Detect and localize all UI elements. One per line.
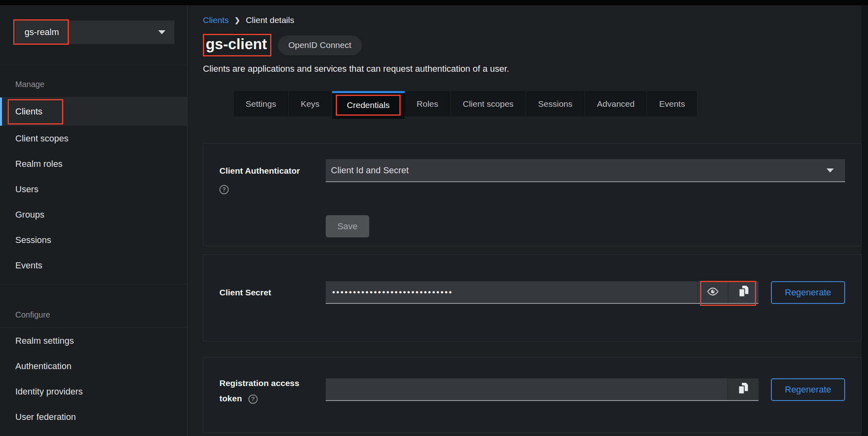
- sidebar-item-client-scopes[interactable]: Client scopes: [0, 126, 187, 151]
- client-secret-input-group: •••••••••••••••••••••••••••••: [326, 281, 758, 304]
- credentials-panel: Client Authenticator ? Client Id and Sec…: [188, 116, 868, 436]
- client-authenticator-value: Client Id and Secret: [331, 165, 409, 176]
- registration-token-label-line1: Registration access: [219, 376, 326, 391]
- protocol-badge: OpenID Connect: [278, 35, 362, 55]
- tab-client-scopes[interactable]: Client scopes: [451, 91, 526, 116]
- client-authenticator-label-col: Client Authenticator ?: [219, 159, 326, 237]
- nav-section-title-configure: Configure: [0, 284, 187, 328]
- copy-secret-button[interactable]: [728, 281, 758, 303]
- realm-selector[interactable]: gs-realm: [15, 21, 174, 44]
- eye-icon: [707, 287, 719, 297]
- regenerate-secret-button[interactable]: Regenerate: [771, 281, 845, 304]
- sidebar-item-label: Client scopes: [15, 133, 68, 144]
- tab-sessions[interactable]: Sessions: [526, 91, 585, 116]
- realm-name: gs-realm: [21, 27, 62, 37]
- regenerate-token-button[interactable]: Regenerate: [771, 378, 845, 401]
- sidebar-item-user-federation[interactable]: User federation: [0, 404, 187, 430]
- page-description: Clients are applications and services th…: [203, 64, 868, 74]
- sidebar-item-label: Clients: [15, 106, 42, 117]
- save-button[interactable]: Save: [326, 215, 369, 237]
- breadcrumb-current: Client details: [246, 15, 294, 25]
- tab-events[interactable]: Events: [647, 91, 697, 116]
- sidebar-item-identity-providers[interactable]: Identity providers: [0, 379, 187, 404]
- client-authenticator-label: Client Authenticator: [219, 163, 326, 179]
- help-icon[interactable]: ?: [248, 394, 258, 404]
- registration-token-input-group: [326, 378, 758, 401]
- client-secret-input[interactable]: •••••••••••••••••••••••••••••: [326, 281, 697, 303]
- nav-section-title-manage: Manage: [0, 65, 187, 98]
- sidebar-item-users[interactable]: Users: [0, 176, 187, 202]
- sidebar-item-label: Groups: [15, 210, 44, 220]
- tab-credentials[interactable]: Credentials: [332, 91, 405, 119]
- help-icon[interactable]: ?: [219, 185, 229, 194]
- copy-icon: [738, 382, 748, 396]
- sidebar-item-authentication[interactable]: Authentication: [0, 353, 187, 379]
- client-authenticator-select[interactable]: Client Id and Secret: [326, 159, 845, 182]
- sidebar: gs-realm Manage Clients Client scopes Re…: [0, 5, 188, 436]
- client-secret-label-col: Client Secret: [219, 281, 326, 304]
- sidebar-item-realm-settings[interactable]: Realm settings: [0, 328, 187, 353]
- main-area: Clients ❯ Client details gs-client OpenI…: [188, 5, 868, 436]
- tab-roles[interactable]: Roles: [405, 91, 451, 116]
- client-authenticator-card: Client Authenticator ? Client Id and Sec…: [203, 143, 862, 246]
- sidebar-item-clients[interactable]: Clients: [0, 98, 187, 126]
- sidebar-item-events[interactable]: Events: [0, 253, 187, 278]
- chevron-down-icon: [158, 30, 165, 34]
- scrollbar[interactable]: [862, 5, 868, 436]
- sidebar-item-label: Events: [15, 260, 42, 271]
- chevron-down-icon: [827, 168, 834, 172]
- sidebar-item-label: Realm settings: [15, 336, 74, 346]
- client-secret-actions: [697, 281, 758, 303]
- page-header: Clients ❯ Client details gs-client OpenI…: [188, 5, 868, 116]
- tab-keys[interactable]: Keys: [289, 91, 332, 116]
- copy-icon: [738, 285, 749, 299]
- sidebar-item-label: Authentication: [15, 361, 71, 372]
- client-secret-label: Client Secret: [219, 288, 271, 297]
- sidebar-item-realm-roles[interactable]: Realm roles: [0, 151, 187, 176]
- registration-token-card: Registration access token ?: [203, 357, 862, 433]
- sidebar-item-label: User federation: [15, 412, 76, 422]
- nav-group-configure: Configure Realm settings Authentication …: [0, 284, 187, 430]
- client-secret-card: Client Secret ••••••••••••••••••••••••••…: [203, 254, 862, 341]
- sidebar-item-label: Users: [15, 184, 38, 195]
- app-layout: gs-realm Manage Clients Client scopes Re…: [0, 5, 868, 436]
- registration-token-input[interactable]: [326, 378, 727, 400]
- registration-token-label-col: Registration access token ?: [219, 373, 326, 406]
- show-secret-button[interactable]: [697, 281, 728, 303]
- copy-token-button[interactable]: [727, 378, 758, 400]
- sidebar-item-label: Sessions: [15, 235, 51, 245]
- nav-group-manage: Manage Clients Client scopes Realm roles…: [0, 65, 187, 278]
- sidebar-item-label: Identity providers: [15, 386, 83, 397]
- page-title: gs-client: [206, 36, 267, 53]
- title-row: gs-client OpenID Connect: [203, 34, 868, 56]
- tab-bar: Settings Keys Credentials Roles Client s…: [233, 91, 868, 116]
- registration-token-label-line2: token ?: [219, 391, 326, 406]
- breadcrumb: Clients ❯ Client details: [203, 15, 868, 25]
- masthead: [0, 0, 868, 5]
- tab-advanced[interactable]: Advanced: [585, 91, 647, 116]
- sidebar-item-label: Realm roles: [15, 159, 62, 169]
- tab-settings[interactable]: Settings: [233, 91, 289, 116]
- sidebar-item-groups[interactable]: Groups: [0, 202, 187, 227]
- chevron-right-icon: ❯: [234, 16, 240, 25]
- sidebar-item-sessions[interactable]: Sessions: [0, 227, 187, 253]
- breadcrumb-link-clients[interactable]: Clients: [203, 15, 229, 25]
- annotation-box-title: gs-client: [203, 34, 271, 56]
